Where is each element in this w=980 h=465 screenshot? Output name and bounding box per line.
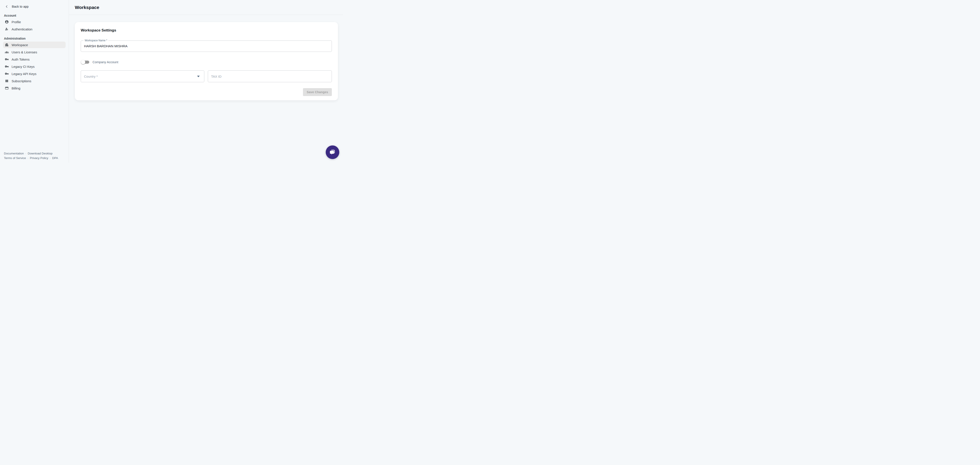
footer-separator: · [50, 157, 51, 160]
sidebar-item-users-licenses[interactable]: Users & Licenses [3, 49, 65, 55]
workspace-settings-page: Back to app Account Profile Authenticati… [0, 0, 343, 163]
terms-of-service-link[interactable]: Terms of Service [4, 156, 26, 160]
company-account-label: Company Account [92, 61, 118, 64]
section-label-account: Account [4, 13, 65, 18]
administration-nav-list: Workspace Users & Licenses Auth Tokens L… [3, 41, 65, 91]
bars-icon [5, 79, 9, 83]
person-key-icon [5, 27, 9, 31]
page-title: Workspace [75, 5, 99, 10]
users-group-icon [5, 50, 9, 54]
workspace-name-label: Workspace Name * [84, 39, 108, 42]
sidebar-item-label: Workspace [11, 43, 28, 47]
country-select[interactable]: Country * [81, 70, 204, 82]
sidebar-item-label: Users & Licenses [11, 50, 37, 54]
sidebar-item-auth-tokens[interactable]: Auth Tokens [3, 56, 65, 62]
sidebar-footer: Documentation·Download Desktop Terms of … [4, 151, 58, 160]
card-title: Workspace Settings [81, 28, 116, 33]
toggle-thumb [81, 60, 85, 64]
sidebar-item-workspace[interactable]: Workspace [3, 41, 65, 48]
key-icon [5, 57, 9, 61]
download-desktop-link[interactable]: Download Desktop [28, 152, 52, 155]
sidebar-item-authentication[interactable]: Authentication [3, 26, 65, 32]
footer-row-1: Documentation·Download Desktop [4, 151, 58, 156]
footer-row-2: Terms of Service·Privacy Policy·DPA [4, 156, 58, 161]
footer-separator: · [25, 152, 26, 155]
footer-separator: · [27, 157, 29, 160]
dpa-link[interactable]: DPA [52, 156, 58, 160]
sidebar: Back to app Account Profile Authenticati… [0, 0, 69, 163]
chevron-left-icon [5, 5, 9, 8]
back-to-app-label: Back to app [12, 5, 29, 8]
workspace-settings-card: Workspace Settings Workspace Name * Comp… [75, 22, 338, 100]
dropdown-arrow-icon [197, 76, 200, 77]
tax-id-input[interactable] [208, 71, 332, 82]
workspace-name-field: Workspace Name * [81, 40, 332, 52]
sidebar-item-label: Auth Tokens [11, 57, 30, 61]
tax-id-field [208, 70, 332, 82]
documentation-link[interactable]: Documentation [4, 152, 24, 155]
company-account-row: Company Account [81, 59, 118, 65]
back-to-app-button[interactable]: Back to app [3, 3, 65, 10]
section-label-administration: Administration [4, 36, 65, 41]
key-icon [5, 65, 9, 68]
sidebar-item-label: Subscriptions [11, 79, 31, 83]
account-circle-icon [5, 20, 9, 24]
sidebar-item-subscriptions[interactable]: Subscriptions [3, 78, 65, 84]
main-area: Workspace Workspace Settings Workspace N… [69, 0, 343, 163]
workspace-name-input[interactable] [81, 41, 332, 52]
sidebar-item-profile[interactable]: Profile [3, 19, 65, 25]
building-icon [5, 43, 9, 47]
sidebar-item-label: Authentication [11, 27, 32, 31]
company-account-toggle[interactable] [81, 59, 90, 65]
sidebar-item-legacy-api-keys[interactable]: Legacy API Keys [3, 70, 65, 77]
sidebar-item-label: Legacy CI Keys [11, 65, 35, 68]
chat-bubbles-icon [329, 149, 336, 156]
sidebar-item-legacy-ci-keys[interactable]: Legacy CI Keys [3, 63, 65, 70]
sidebar-item-billing[interactable]: Billing [3, 85, 65, 91]
key-icon [5, 72, 9, 76]
sidebar-item-label: Billing [11, 86, 20, 90]
account-nav-list: Profile Authentication [3, 19, 65, 32]
sidebar-item-label: Legacy API Keys [11, 72, 36, 76]
country-placeholder: Country * [84, 71, 98, 82]
privacy-policy-link[interactable]: Privacy Policy [30, 156, 48, 160]
main-header: Workspace [69, 0, 343, 15]
credit-card-icon [5, 86, 9, 90]
sidebar-item-label: Profile [11, 20, 21, 24]
chat-widget-button[interactable] [326, 145, 339, 159]
save-changes-button[interactable]: Save Changes [303, 88, 332, 96]
